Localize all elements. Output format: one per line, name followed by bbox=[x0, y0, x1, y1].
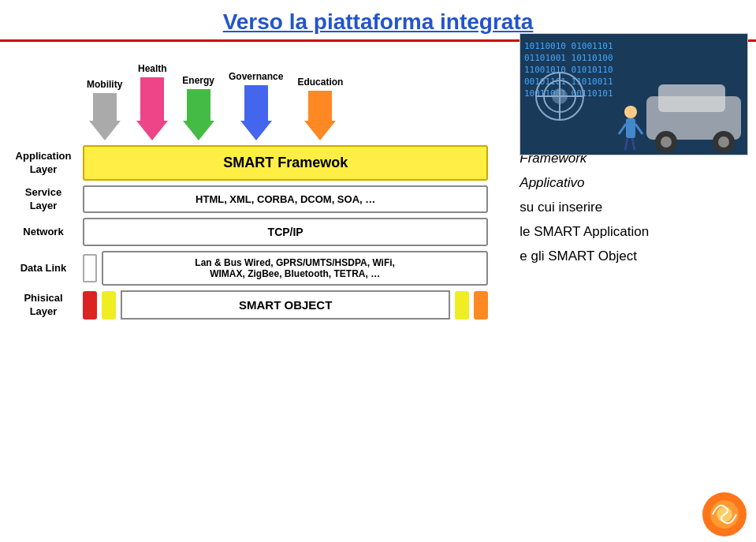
application-layer-row: ApplicationLayer SMART Framewok bbox=[8, 145, 496, 181]
service-layer-label: ServiceLayer bbox=[8, 186, 79, 213]
phisical-rect-orange-1 bbox=[474, 291, 488, 320]
mobility-arrow-shape bbox=[89, 93, 121, 140]
health-arrow-item: Health bbox=[136, 63, 168, 140]
service-layer-row: ServiceLayer HTML, XML, CORBA, DCOM, SOA… bbox=[8, 185, 496, 213]
right-text-line-5: Applicativo bbox=[520, 172, 740, 193]
health-label: Health bbox=[138, 63, 167, 74]
data-link-rect-left bbox=[83, 254, 97, 282]
right-text-line-8: e gli SMART Object bbox=[520, 245, 740, 267]
data-link-row: Data Link Lan & Bus Wired, GPRS/UMTS/HSD… bbox=[8, 251, 496, 286]
mobility-label: Mobility bbox=[87, 79, 122, 90]
education-arrow-item: Education bbox=[297, 77, 343, 140]
governance-arrow-item: Governance bbox=[229, 71, 283, 140]
top-right-image: 10110010 01001101 01101001 10110100 1100… bbox=[520, 33, 748, 155]
energy-arrow-item: Energy bbox=[182, 75, 214, 140]
svg-text:11001010 01010110: 11001010 01010110 bbox=[524, 65, 613, 75]
svg-point-17 bbox=[624, 106, 637, 118]
energy-arrow-shape bbox=[183, 89, 214, 140]
svg-text:00101101 11010011: 00101101 11010011 bbox=[524, 77, 613, 87]
phisical-layer-row: PhisicalLayer SMART OBJECT bbox=[8, 290, 496, 320]
svg-text:01101001 10110100: 01101001 10110100 bbox=[524, 53, 613, 63]
phisical-layer-label: PhisicalLayer bbox=[8, 292, 79, 319]
education-arrow-shape bbox=[304, 91, 336, 140]
mobility-arrow-item: Mobility bbox=[87, 79, 122, 140]
phisical-rect-red-1 bbox=[83, 291, 97, 320]
energy-label: Energy bbox=[182, 75, 214, 86]
network-layer-label: Network bbox=[8, 226, 79, 239]
governance-label: Governance bbox=[229, 71, 283, 82]
tcp-box: TCP/IP bbox=[83, 218, 488, 246]
smart-framework-box: SMART Framewok bbox=[83, 145, 488, 181]
svg-text:10110010 01001101: 10110010 01001101 bbox=[524, 41, 613, 51]
svg-point-11 bbox=[718, 136, 729, 148]
svg-rect-7 bbox=[658, 84, 725, 112]
network-layer-row: Network TCP/IP bbox=[8, 218, 496, 246]
phisical-rect-yellow-1 bbox=[102, 291, 116, 320]
smart-object-box: SMART OBJECT bbox=[121, 290, 450, 320]
arrows-row: Mobility Health Energy bbox=[87, 54, 496, 140]
svg-point-9 bbox=[661, 136, 672, 148]
health-arrow-shape bbox=[136, 77, 168, 140]
data-link-box: Lan & Bus Wired, GPRS/UMTS/HSDPA, WiFi,W… bbox=[102, 251, 488, 286]
application-layer-label: ApplicationLayer bbox=[8, 150, 79, 177]
data-link-label: Data Link bbox=[8, 262, 79, 275]
education-label: Education bbox=[297, 77, 343, 88]
governance-arrow-shape bbox=[240, 85, 272, 140]
svg-rect-18 bbox=[626, 118, 635, 138]
bottom-right-logo bbox=[701, 491, 748, 538]
right-text-line-6: su cui inserire bbox=[520, 196, 740, 218]
html-box: HTML, XML, CORBA, DCOM, SOA, … bbox=[83, 185, 488, 213]
phisical-rect-yellow-2 bbox=[455, 291, 469, 320]
right-text-line-7: le SMART Application bbox=[520, 221, 740, 242]
phisical-content: SMART OBJECT bbox=[83, 290, 488, 320]
